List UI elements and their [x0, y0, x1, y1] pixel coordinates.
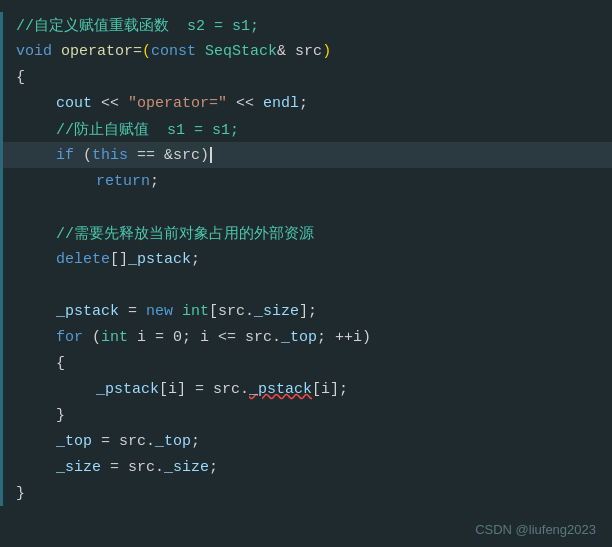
- keyword-this: this: [92, 147, 128, 164]
- var-pstack-delete: _pstack: [128, 251, 191, 268]
- type-seqstack: SeqStack: [205, 43, 277, 60]
- op-assign-size: = src.: [101, 459, 164, 476]
- line-border-10: [0, 246, 3, 272]
- var-pstack-rhs: _pstack: [249, 381, 312, 398]
- var-size-lhs: _size: [56, 459, 101, 476]
- keyword-if: if: [56, 147, 74, 164]
- comment-release: //需要先释放当前对象占用的外部资源: [56, 224, 314, 243]
- blank2: [16, 277, 25, 294]
- line-border-1: [0, 12, 3, 38]
- brackets-delete: []: [110, 251, 128, 268]
- var-size: _size: [254, 303, 299, 320]
- bracket-i-lhs: [i] = src.: [159, 381, 249, 398]
- var-top-rhs: _top: [155, 433, 191, 450]
- for-body: i = 0; i <= src.: [128, 329, 281, 346]
- code-line-5: //防止自赋值 s1 = s1;: [0, 116, 612, 142]
- semicolon-return: ;: [150, 173, 159, 190]
- code-line-15: _pstack [i] = src. _pstack [i];: [0, 376, 612, 402]
- code-line-8: [0, 194, 612, 220]
- var-cout: cout: [56, 95, 92, 112]
- bracket-i-rhs: [i];: [312, 381, 348, 398]
- keyword-const: const: [151, 43, 196, 60]
- code-line-3: {: [0, 64, 612, 90]
- code-content: //自定义赋值重载函数 s2 = s1; void operator= ( co…: [0, 12, 612, 506]
- var-pstack-lhs: _pstack: [96, 381, 159, 398]
- space: [52, 43, 61, 60]
- keyword-new: new: [146, 303, 173, 320]
- bracket-src: [src.: [209, 303, 254, 320]
- blank: [16, 199, 25, 216]
- string-operator: "operator=": [128, 95, 227, 112]
- code-line-16: }: [0, 402, 612, 428]
- code-line-14: {: [0, 350, 612, 376]
- code-line-17: _top = src. _top ;: [0, 428, 612, 454]
- comment-self-assign: //防止自赋值 s1 = s1;: [56, 120, 239, 139]
- bracket-close-size: ];: [299, 303, 317, 320]
- semicolon-size: ;: [209, 459, 218, 476]
- code-line-11: [0, 272, 612, 298]
- space2: [196, 43, 205, 60]
- line-border-16: [0, 402, 3, 428]
- line-border-5: [0, 116, 3, 142]
- line-border-18: [0, 454, 3, 480]
- code-line-9: //需要先释放当前对象占用的外部资源: [0, 220, 612, 246]
- brace-final-close: }: [16, 485, 25, 502]
- op-shift: <<: [92, 95, 128, 112]
- semicolon: ;: [299, 95, 308, 112]
- keyword-return: return: [96, 173, 150, 190]
- paren-open: (: [142, 43, 151, 60]
- line-border-4: [0, 90, 3, 116]
- line-border-14: [0, 350, 3, 376]
- code-text: //自定义赋值重载函数 s2 = s1;: [16, 16, 259, 35]
- line-border-2: [0, 38, 3, 64]
- for-inc: ; ++i): [317, 329, 371, 346]
- brace-for-open: {: [56, 355, 65, 372]
- code-line-18: _size = src. _size ;: [0, 454, 612, 480]
- op-assign: =: [119, 303, 146, 320]
- line-border-9: [0, 220, 3, 246]
- space-new: [173, 303, 182, 320]
- code-line-12: _pstack = new int [src. _size ];: [0, 298, 612, 324]
- line-border-11: [0, 272, 3, 298]
- func-operator: operator=: [61, 43, 142, 60]
- code-line-4: cout << "operator=" << endl ;: [0, 90, 612, 116]
- type-int: int: [182, 303, 209, 320]
- brace-for-close: }: [56, 407, 65, 424]
- code-line-7: return ;: [0, 168, 612, 194]
- var-pstack-assign: _pstack: [56, 303, 119, 320]
- code-line-13: for ( int i = 0; i <= src. _top ; ++i): [0, 324, 612, 350]
- semicolon-top: ;: [191, 433, 200, 450]
- var-size-rhs: _size: [164, 459, 209, 476]
- op-assign-top: = src.: [92, 433, 155, 450]
- code-line-10: delete [] _pstack ;: [0, 246, 612, 272]
- code-line-6: if ( this == &src): [0, 142, 612, 168]
- type-int-for: int: [101, 329, 128, 346]
- brace-open: {: [16, 69, 25, 86]
- code-editor: //自定义赋值重载函数 s2 = s1; void operator= ( co…: [0, 0, 612, 547]
- semicolon-delete: ;: [191, 251, 200, 268]
- line-border-19: [0, 480, 3, 506]
- op-shift2: <<: [227, 95, 263, 112]
- var-top-lhs: _top: [56, 433, 92, 450]
- op-eq: == &src): [128, 147, 209, 164]
- var-top-for: _top: [281, 329, 317, 346]
- code-line-1: //自定义赋值重载函数 s2 = s1;: [0, 12, 612, 38]
- line-border-8: [0, 194, 3, 220]
- keyword-delete: delete: [56, 251, 110, 268]
- paren-for-open: (: [83, 329, 101, 346]
- var-endl: endl: [263, 95, 299, 112]
- line-border-12: [0, 298, 3, 324]
- line-border-6: [0, 142, 3, 168]
- line-border-15: [0, 376, 3, 402]
- line-border-13: [0, 324, 3, 350]
- line-border-7: [0, 168, 3, 194]
- keyword-void: void: [16, 43, 52, 60]
- ref-src: & src: [277, 43, 322, 60]
- line-border-3: [0, 64, 3, 90]
- watermark: CSDN @liufeng2023: [475, 522, 596, 537]
- code-line-2: void operator= ( const SeqStack & src ): [0, 38, 612, 64]
- text-cursor: [210, 147, 212, 163]
- space-if: (: [74, 147, 92, 164]
- keyword-for: for: [56, 329, 83, 346]
- line-border-17: [0, 428, 3, 454]
